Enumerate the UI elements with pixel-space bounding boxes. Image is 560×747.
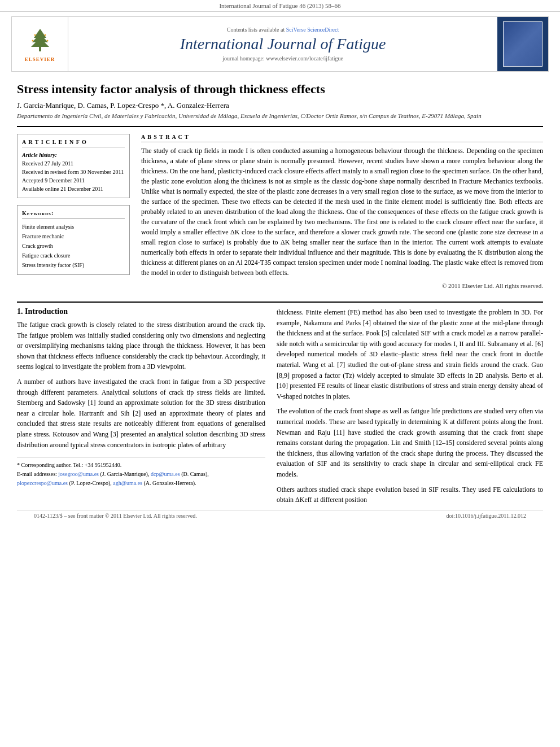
article-title: Stress intensity factor analysis of thro…	[17, 82, 543, 97]
keyword-2: Fracture mechanic	[22, 231, 125, 241]
keyword-4: Fatigue crack closure	[22, 251, 125, 260]
main-content: Stress intensity factor analysis of thro…	[0, 76, 560, 532]
elsevier-brand-name: ELSEVIER	[25, 56, 55, 62]
intro-right-paragraph-3: Others authors studied crack shape evolu…	[277, 484, 543, 505]
copyright-line: © 2011 Elsevier Ltd. All rights reserved…	[141, 282, 543, 289]
abstract-label: A B S T R A C T	[141, 134, 543, 142]
issn-text: 0142-1123/$ – see front matter © 2011 El…	[34, 513, 197, 519]
content-divider	[17, 302, 543, 303]
doi-text: doi:10.1016/j.ijfatigue.2011.12.012	[446, 513, 526, 519]
email-link-1[interactable]: josegroo@uma.es	[58, 471, 99, 477]
corresponding-author-note: * Corresponding author. Tel.: +34 951952…	[17, 461, 265, 470]
journal-cover-area	[497, 17, 548, 71]
svg-point-7	[46, 40, 48, 41]
introduction-heading: 1. Introduction	[17, 307, 265, 316]
sciverse-link: Contents lists available at SciVerse Sci…	[227, 27, 339, 33]
title-divider	[17, 126, 543, 127]
keyword-list: Finite element analysis Fracture mechani…	[22, 222, 125, 270]
email-addresses-line-2: plopezcrespo@uma.es (P. Lopez-Crespo), a…	[17, 479, 265, 488]
elsevier-logo: ELSEVIER	[25, 27, 55, 62]
sciverse-sciencedirect-link[interactable]: SciVerse ScienceDirect	[286, 27, 339, 33]
footnotes: * Corresponding author. Tel.: +34 951952…	[17, 457, 265, 488]
svg-point-5	[44, 34, 46, 36]
accepted-date: Accepted 9 December 2011	[22, 176, 125, 185]
journal-cover-image	[503, 21, 542, 67]
journal-title-banner: International Journal of Fatigue	[180, 35, 386, 53]
svg-point-4	[34, 34, 36, 36]
intro-paragraph-1: The fatigue crack growth is closely rela…	[17, 320, 265, 372]
banner-center: Contents lists available at SciVerse Sci…	[68, 17, 497, 71]
abstract-column: A B S T R A C T The study of crack tip f…	[141, 134, 543, 295]
email-addresses-line: E-mail addresses: josegroo@uma.es (J. Ga…	[17, 470, 265, 479]
affiliation-text: Departamento de Ingeniería Civil, de Mat…	[17, 112, 543, 119]
intro-right-paragraph-2: The evolution of the crack front shape a…	[277, 406, 543, 479]
article-info-column: A R T I C L E I N F O Article history: R…	[17, 134, 130, 295]
elsevier-tree-icon	[26, 27, 54, 55]
email-link-4[interactable]: agh@uma.es	[113, 480, 142, 486]
journal-citation-header: International Journal of Fatigue 46 (201…	[0, 0, 560, 12]
article-info-label: A R T I C L E I N F O	[22, 139, 125, 147]
abstract-text: The study of crack tip fields in mode I …	[141, 146, 543, 278]
keywords-label: Keywords:	[22, 210, 125, 219]
authors-text: J. Garcia-Manrique, D. Camas, P. Lopez-C…	[17, 101, 229, 110]
available-online-date: Available online 21 December 2011	[22, 185, 125, 193]
bottom-bar: 0142-1123/$ – see front matter © 2011 El…	[17, 510, 543, 521]
keyword-3: Crack growth	[22, 241, 125, 251]
introduction-section: 1. Introduction The fatigue crack growth…	[17, 307, 543, 510]
intro-paragraph-2: A number of authors have investigated th…	[17, 377, 265, 450]
info-abstract-columns: A R T I C L E I N F O Article history: R…	[17, 134, 543, 295]
email-link-2[interactable]: dcp@uma.es	[151, 471, 180, 477]
intro-right-paragraph-1: thickness. Finite element (FE) method ha…	[277, 307, 543, 401]
svg-point-6	[32, 40, 33, 41]
keyword-1: Finite element analysis	[22, 222, 125, 231]
introduction-left: 1. Introduction The fatigue crack growth…	[17, 307, 265, 510]
introduction-right: thickness. Finite element (FE) method ha…	[277, 307, 543, 510]
received-date-1: Received 27 July 2011	[22, 159, 125, 168]
journal-citation-text: International Journal of Fatigue 46 (201…	[219, 2, 340, 9]
abstract-section: A B S T R A C T The study of crack tip f…	[141, 134, 543, 289]
elsevier-logo-area: ELSEVIER	[12, 17, 68, 71]
journal-banner: ELSEVIER Contents lists available at Sci…	[11, 16, 549, 72]
authors-line: J. Garcia-Manrique, D. Camas, P. Lopez-C…	[17, 101, 543, 110]
keyword-5: Stress intensity factor (SIF)	[22, 260, 125, 270]
article-info-box: A R T I C L E I N F O Article history: R…	[17, 134, 130, 198]
email-link-3[interactable]: plopezcrespo@uma.es	[17, 480, 68, 486]
journal-homepage: journal homepage: www.elsevier.com/locat…	[222, 55, 343, 62]
article-history: Article history: Received 27 July 2011 R…	[22, 151, 125, 193]
keywords-box: Keywords: Finite element analysis Fractu…	[17, 205, 130, 275]
received-date-2: Received in revised form 30 November 201…	[22, 168, 125, 176]
history-label: Article history:	[22, 151, 125, 159]
